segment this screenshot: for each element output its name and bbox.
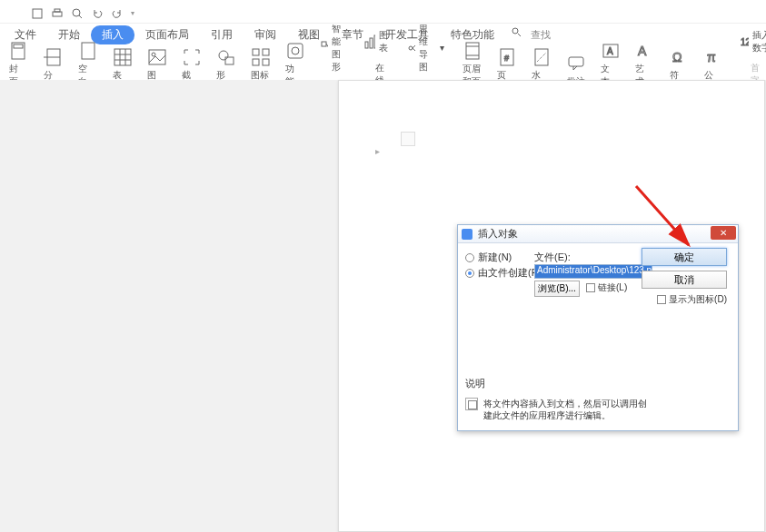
svg-rect-52	[535, 49, 548, 65]
pagenum-icon: #	[497, 47, 517, 67]
radio-new[interactable]: 新建(N)	[465, 251, 512, 264]
insert-object-dialog: 插入对象 ✕ 新建(N) 由文件创建(F) 文件(E): Administrat…	[457, 224, 739, 431]
svg-rect-24	[263, 59, 269, 65]
cover-icon	[9, 41, 29, 61]
number-label: 插入数字	[752, 29, 766, 54]
smart-label: 智能图形	[332, 23, 349, 74]
wordart-icon: A	[635, 41, 655, 61]
screenshot-icon	[182, 47, 202, 67]
svg-line-42	[413, 44, 415, 48]
ribbon-smart[interactable]: 智能图形	[316, 21, 353, 75]
svg-point-3	[73, 9, 80, 16]
formula-icon: π	[704, 47, 724, 67]
description-label: 说明	[465, 377, 485, 390]
dialog-app-icon	[462, 229, 473, 240]
chart-icon	[363, 34, 375, 50]
number-icon: 12	[739, 34, 749, 50]
cancel-button[interactable]: 取消	[642, 271, 727, 289]
svg-rect-23	[253, 59, 259, 65]
show-as-icon-input[interactable]	[657, 295, 666, 304]
svg-line-29	[326, 44, 328, 51]
dialog-close-button[interactable]: ✕	[711, 226, 736, 240]
funcpic-icon	[285, 41, 305, 61]
svg-rect-0	[33, 9, 42, 18]
description-icon	[465, 398, 478, 410]
symbol-icon: Ω	[670, 47, 690, 67]
svg-rect-2	[55, 9, 60, 12]
svg-rect-11	[82, 43, 95, 59]
svg-rect-27	[322, 42, 326, 46]
ribbon-number[interactable]: 12 插入数字	[735, 27, 766, 56]
save-icon[interactable]	[31, 7, 44, 20]
svg-rect-35	[365, 42, 368, 48]
svg-rect-12	[114, 49, 131, 65]
svg-line-43	[413, 48, 415, 53]
page-object-icon: ▸	[375, 146, 380, 156]
svg-rect-1	[53, 12, 62, 16]
redo-icon[interactable]	[111, 7, 124, 20]
svg-point-39	[409, 46, 413, 50]
svg-text:Ω: Ω	[672, 50, 681, 64]
svg-rect-47	[466, 43, 479, 59]
link-checkbox-label: 链接(L)	[598, 281, 627, 294]
textbox-icon: A	[601, 41, 621, 61]
show-as-icon-label: 显示为图标(D)	[669, 293, 727, 306]
dialog-titlebar[interactable]: 插入对象 ✕	[458, 225, 738, 243]
quick-access-toolbar: ▾	[0, 4, 766, 24]
svg-line-53	[537, 53, 546, 62]
header-footer-icon	[463, 41, 482, 61]
svg-point-19	[219, 51, 228, 60]
radio-file-label: 由文件创建(F)	[478, 266, 541, 280]
watermark-icon	[532, 47, 552, 67]
description-row: 将文件内容插入到文档，然后可以调用创建此文件的应用程序进行编辑。	[465, 398, 647, 421]
show-as-icon-checkbox[interactable]: 显示为图标(D)	[657, 293, 727, 306]
undo-icon[interactable]	[91, 7, 104, 20]
description-text: 将文件内容插入到文档，然后可以调用创建此文件的应用程序进行编辑。	[483, 398, 647, 421]
radio-new-input[interactable]	[465, 253, 474, 262]
search-icon	[511, 26, 527, 43]
table-icon	[113, 47, 133, 67]
link-checkbox[interactable]: 链接(L)	[586, 281, 627, 294]
chart-label: 图表	[379, 29, 393, 54]
print-icon[interactable]	[51, 7, 64, 20]
shape-icon	[216, 47, 236, 67]
iconlib-icon	[251, 47, 271, 67]
tab-search[interactable]: 查找	[511, 26, 551, 43]
svg-rect-21	[253, 49, 259, 55]
page-break-icon	[44, 47, 64, 67]
svg-rect-22	[263, 49, 269, 55]
svg-rect-36	[370, 38, 373, 48]
ribbon-chart[interactable]: 图表	[360, 27, 396, 56]
ok-button[interactable]: 确定	[642, 248, 727, 266]
radio-from-file[interactable]: 由文件创建(F)	[465, 266, 541, 280]
svg-text:A: A	[638, 44, 647, 58]
svg-text:#: #	[504, 54, 509, 63]
svg-text:A: A	[607, 46, 613, 56]
svg-line-4	[79, 15, 82, 18]
browse-button[interactable]: 浏览(B)...	[534, 281, 580, 297]
picture-icon	[147, 47, 167, 67]
svg-point-26	[292, 47, 299, 54]
file-path-input[interactable]: Administrator\Desktop\123.pdf	[534, 264, 652, 279]
qat-dropdown[interactable]: ▾	[131, 9, 134, 17]
comment-icon	[566, 54, 586, 74]
svg-point-18	[152, 53, 155, 56]
mindmap-icon	[407, 40, 415, 56]
tab-layout[interactable]: 页面布局	[134, 25, 200, 45]
page-object-placeholder	[401, 132, 415, 146]
tab-reference[interactable]: 引用	[200, 25, 244, 45]
blank-page-icon	[78, 41, 98, 61]
svg-rect-8	[14, 44, 23, 48]
svg-line-6	[518, 34, 521, 36]
svg-rect-54	[569, 57, 583, 66]
link-checkbox-input[interactable]	[586, 283, 595, 292]
svg-rect-37	[374, 35, 375, 48]
radio-file-input[interactable]	[465, 269, 474, 278]
mindmap-label: 思维导图	[419, 23, 436, 74]
preview-icon[interactable]	[71, 7, 84, 20]
svg-point-5	[512, 28, 518, 34]
file-label: 文件(E):	[534, 251, 571, 264]
ribbon-mindmap[interactable]: 思维导图▾	[403, 21, 448, 75]
dialog-title: 插入对象	[478, 227, 518, 241]
svg-text:π: π	[707, 50, 716, 64]
